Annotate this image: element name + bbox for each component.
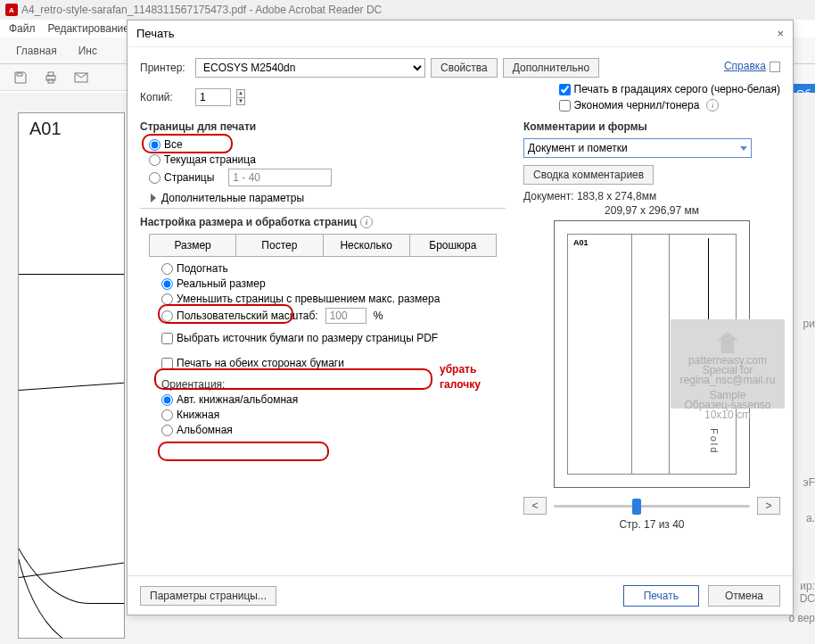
watermark-overlay: patterneasy.com Special for regina_nsc@m…: [671, 319, 785, 409]
next-page-button[interactable]: >: [757, 497, 780, 515]
page-range-input[interactable]: [228, 169, 332, 186]
print-button[interactable]: Печать: [623, 585, 699, 607]
truncated-text: а.: [806, 512, 815, 524]
properties-button[interactable]: Свойства: [431, 58, 498, 78]
pattern-line: [19, 274, 125, 275]
paper-source-checkbox[interactable]: Выбрать источник бумаги по размеру стран…: [161, 332, 506, 344]
radio-orient-auto[interactable]: Авт. книжная/альбомная: [161, 393, 506, 406]
seg-size[interactable]: Размер: [149, 234, 236, 257]
print-icon[interactable]: [43, 70, 59, 85]
ink-save-checkbox[interactable]: Экономия чернил/тонераi: [559, 99, 780, 111]
preview-divider: [669, 235, 670, 474]
annotation-ring: [158, 442, 329, 461]
radio-all[interactable]: Все: [149, 138, 506, 151]
document-dimensions: Документ: 183,8 x 274,8мм: [523, 190, 780, 202]
cancel-button[interactable]: Отмена: [708, 585, 780, 607]
mail-icon[interactable]: [73, 70, 89, 85]
printer-select[interactable]: ECOSYS M2540dn: [195, 58, 425, 78]
custom-scale-input[interactable]: [325, 308, 366, 324]
window-titlebar: A A4_retro-style-sarafan_114831156717547…: [0, 0, 815, 20]
print-dialog: Печать × Справка Принтер: ECOSYS M2540dn…: [127, 20, 794, 615]
radio-orient-portrait[interactable]: Книжная: [161, 409, 506, 421]
sizing-mode-tabs: Размер Постер Несколько Брошюра: [149, 234, 497, 257]
tab-home[interactable]: Главная: [16, 45, 57, 57]
pages-section-title: Страницы для печати: [140, 120, 506, 133]
radio-orient-landscape[interactable]: Альбомная: [161, 424, 506, 436]
truncated-text: DC: [800, 592, 815, 605]
comments-section-title: Комментарии и формы: [523, 120, 780, 133]
more-options-toggle[interactable]: Дополнительные параметры: [149, 192, 506, 204]
radio-actual-size[interactable]: Реальный размер: [161, 277, 506, 290]
info-icon[interactable]: i: [706, 99, 719, 111]
printer-label: Принтер:: [140, 62, 190, 74]
truncated-text: ри: [803, 318, 815, 330]
arrow-down-icon: [708, 238, 709, 327]
pdf-page: A01: [18, 112, 125, 639]
grayscale-checkbox[interactable]: Печать в градациях серого (черно-белая): [559, 83, 780, 95]
window-title: A4_retro-style-sarafan_1148311567175473.…: [21, 4, 382, 16]
dialog-titlebar: Печать ×: [128, 21, 793, 47]
summarize-comments-button[interactable]: Сводка комментариев: [523, 165, 654, 185]
close-icon[interactable]: ×: [777, 27, 784, 40]
fold-label: Fold: [709, 428, 720, 454]
info-icon[interactable]: i: [360, 216, 373, 228]
radio-shrink[interactable]: Уменьшить страницы с превышением макс. р…: [161, 293, 506, 305]
page-a01-label: A01: [29, 119, 62, 139]
prev-page-button[interactable]: <: [523, 497, 547, 515]
copies-label: Копий:: [140, 91, 190, 103]
page-setup-button[interactable]: Параметры страницы...: [140, 586, 276, 606]
save-icon[interactable]: [12, 70, 29, 85]
truncated-text: ир:: [800, 580, 815, 592]
menu-edit[interactable]: Редактирование: [48, 22, 129, 35]
preview-label: A01: [573, 238, 589, 247]
chevron-right-icon: [151, 194, 156, 202]
advanced-button[interactable]: Дополнительно: [503, 58, 599, 78]
help-link[interactable]: Справка: [724, 60, 780, 72]
dialog-footer: Параметры страницы... Печать Отмена: [128, 575, 793, 615]
radio-custom-scale[interactable]: Пользовательский масштаб: %: [161, 308, 506, 324]
seg-poster[interactable]: Постер: [236, 234, 323, 257]
annotation-text: убратьгалочку: [440, 361, 481, 392]
copies-spinner[interactable]: ▲▼: [236, 89, 245, 105]
copies-input[interactable]: [195, 88, 231, 106]
sizing-section-title: Настройка размера и обработка страницi: [140, 216, 506, 228]
svg-rect-1: [48, 72, 54, 76]
menu-file[interactable]: Файл: [9, 22, 36, 35]
dress-icon: [717, 332, 738, 353]
print-preview: A01 Fold patterneasy.com Special for reg…: [554, 220, 750, 488]
pdf-icon: A: [5, 4, 18, 16]
seg-multiple[interactable]: Несколько: [324, 234, 410, 257]
comments-combo[interactable]: Документ и пометки: [523, 138, 752, 158]
page-slider[interactable]: [554, 498, 750, 514]
radio-pages[interactable]: Страницы: [149, 169, 506, 186]
truncated-text: эF: [803, 476, 815, 489]
radio-fit[interactable]: Подогнать: [161, 262, 506, 275]
radio-current[interactable]: Текущая страница: [149, 153, 506, 166]
dialog-title: Печать: [136, 27, 175, 40]
pattern-curve: [18, 488, 125, 639]
chevron-down-icon: [740, 146, 747, 151]
seg-booklet[interactable]: Брошюра: [410, 234, 497, 257]
page-indicator: Стр. 17 из 40: [523, 518, 780, 531]
preview-divider: [631, 235, 632, 474]
tab-tools[interactable]: Инс: [78, 45, 97, 57]
paper-dimensions: 209,97 x 296,97 мм: [523, 204, 780, 217]
